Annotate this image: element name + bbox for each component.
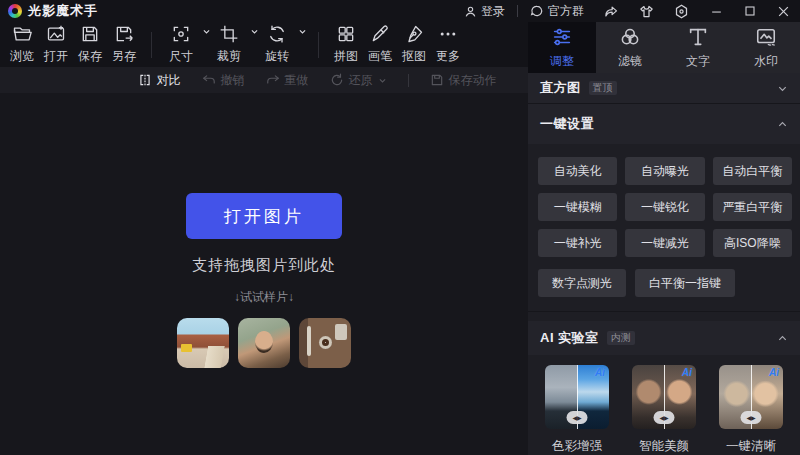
gear-icon — [674, 4, 689, 19]
ai-lab-section-header[interactable]: AI 实验室 内测 — [528, 321, 800, 355]
one-click-button-row4: 数字点测光 白平衡一指键 — [538, 269, 792, 297]
undo-icon — [202, 73, 216, 87]
face-art — [255, 331, 273, 353]
collage-button[interactable]: 拼图 — [329, 24, 363, 65]
redo-icon — [266, 73, 280, 87]
severe-white-balance-button[interactable]: 严重白平衡 — [713, 193, 792, 221]
ai-one-click-clarity-thumbnail[interactable]: Ai ◀▶ — [719, 365, 783, 429]
compare-slider-handle[interactable]: ◀▶ — [567, 411, 588, 424]
compare-slider-handle[interactable]: ◀▶ — [654, 411, 675, 424]
ai-lab-beta-badge: 内测 — [607, 331, 635, 345]
resize-button[interactable]: 尺寸 — [164, 24, 198, 65]
maximize-button[interactable] — [744, 5, 756, 17]
theme-skin-button[interactable] — [639, 4, 654, 19]
compare-label: 对比 — [157, 72, 181, 89]
titlebar: 光影魔术手 登录 官方群 — [0, 0, 800, 22]
tab-text[interactable]: 文字 — [664, 22, 732, 73]
histogram-title: 直方图 — [540, 79, 581, 97]
digital-spot-metering-button[interactable]: 数字点测光 — [538, 269, 626, 297]
login-button[interactable]: 登录 — [464, 3, 505, 20]
tab-adjust[interactable]: 调整 — [528, 22, 596, 73]
open-image-button[interactable]: 打开图片 — [186, 193, 342, 239]
histogram-section-header[interactable]: 直方图 置顶 — [528, 73, 800, 103]
one-click-blur-button[interactable]: 一键模糊 — [538, 193, 617, 221]
sample-image-portrait[interactable] — [238, 318, 290, 368]
save-action-button[interactable]: 保存动作 — [430, 72, 497, 89]
histogram-collapse-toggle[interactable] — [777, 83, 788, 94]
minimize-button[interactable] — [710, 5, 723, 18]
brush-button[interactable]: 画笔 — [363, 24, 397, 65]
share-button[interactable] — [604, 4, 619, 19]
image-canvas-dropzone[interactable]: 打开图片 支持拖拽图片到此处 ↓试试样片↓ — [0, 93, 528, 455]
one-click-title: 一键设置 — [540, 115, 594, 133]
restore-icon — [330, 73, 344, 87]
auto-beautify-button[interactable]: 自动美化 — [538, 157, 617, 185]
sample-image-flatlay[interactable] — [299, 318, 351, 368]
restore-button[interactable]: 还原 — [330, 72, 387, 89]
redo-button[interactable]: 重做 — [266, 72, 309, 89]
ai-smart-beauty-item[interactable]: Ai ◀▶ 智能美颜 — [632, 365, 696, 455]
white-balance-one-touch-button[interactable]: 白平衡一指键 — [635, 269, 735, 297]
ai-lab-collapse-toggle[interactable] — [777, 333, 788, 344]
save-as-button[interactable]: 另存 — [107, 24, 141, 65]
histogram-pin-badge[interactable]: 置顶 — [589, 81, 617, 95]
ai-smart-beauty-thumbnail[interactable]: Ai ◀▶ — [632, 365, 696, 429]
tab-filter[interactable]: 滤镜 — [596, 22, 664, 73]
brush-icon — [370, 24, 390, 44]
cutout-label: 抠图 — [402, 48, 426, 65]
ai-color-enhance-item[interactable]: Ai ◀▶ 色彩增强 — [545, 365, 609, 455]
rotate-dropdown[interactable] — [298, 27, 307, 36]
edit-bar: 对比 撤销 重做 还原 保存动作 — [0, 67, 528, 93]
official-group-label: 官方群 — [548, 3, 584, 20]
bus-art — [181, 344, 192, 352]
settings-button[interactable] — [674, 4, 689, 19]
cutout-button[interactable]: 抠图 — [397, 24, 431, 65]
floppy-arrow-icon — [114, 24, 134, 44]
browse-button[interactable]: 浏览 — [5, 24, 39, 65]
save-button[interactable]: 保存 — [73, 24, 107, 65]
grid-icon — [336, 24, 356, 44]
open-button[interactable]: 打开 — [39, 24, 73, 65]
edit-bar-separator — [408, 74, 409, 87]
ai-one-click-clarity-item[interactable]: Ai ◀▶ 一键清晰 — [719, 365, 783, 455]
tab-adjust-label: 调整 — [550, 53, 574, 70]
resize-dropdown[interactable] — [202, 27, 211, 36]
maximize-icon — [744, 5, 756, 17]
tab-filter-label: 滤镜 — [618, 53, 642, 70]
crop-button[interactable]: 裁剪 — [212, 24, 246, 65]
ai-badge: Ai — [682, 367, 692, 378]
text-t-icon — [687, 26, 709, 48]
folder-icon — [12, 24, 32, 44]
one-click-buttons-area: 自动美化 自动曝光 自动白平衡 一键模糊 一键锐化 严重白平衡 一键补光 一键减… — [528, 144, 800, 311]
compare-button[interactable]: 对比 — [138, 72, 181, 89]
more-button[interactable]: 更多 — [431, 24, 465, 65]
titlebar-right: 登录 官方群 — [464, 3, 790, 20]
ai-color-enhance-label: 色彩增强 — [552, 438, 602, 455]
close-button[interactable] — [777, 5, 790, 18]
undo-label: 撤销 — [221, 72, 245, 89]
official-group-button[interactable]: 官方群 — [530, 3, 584, 20]
tab-watermark[interactable]: 水印 — [732, 22, 800, 73]
panel-tabbar: 调整 滤镜 文字 水印 — [528, 22, 800, 73]
save-action-label: 保存动作 — [449, 72, 497, 89]
app-body: 浏览 打开 保存 另存 尺寸 裁剪 — [0, 22, 800, 455]
reduce-light-button[interactable]: 一键减光 — [625, 229, 704, 257]
rotate-button[interactable]: 旋转 — [260, 24, 294, 65]
undo-button[interactable]: 撤销 — [202, 72, 245, 89]
redo-label: 重做 — [285, 72, 309, 89]
one-click-section-header[interactable]: 一键设置 — [528, 104, 800, 144]
app-title: 光影魔术手 — [28, 2, 98, 20]
sample-image-desert[interactable] — [177, 318, 229, 368]
one-click-sharpen-button[interactable]: 一键锐化 — [625, 193, 704, 221]
fill-light-button[interactable]: 一键补光 — [538, 229, 617, 257]
titlebar-separator — [517, 5, 518, 17]
one-click-collapse-toggle[interactable] — [777, 119, 788, 130]
main-toolbar: 浏览 打开 保存 另存 尺寸 裁剪 — [0, 22, 528, 67]
compare-slider-handle[interactable]: ◀▶ — [741, 411, 762, 424]
auto-white-balance-button[interactable]: 自动白平衡 — [713, 157, 792, 185]
crop-icon — [219, 24, 239, 44]
auto-exposure-button[interactable]: 自动曝光 — [625, 157, 704, 185]
crop-dropdown[interactable] — [250, 27, 259, 36]
high-iso-denoise-button[interactable]: 高ISO降噪 — [713, 229, 792, 257]
ai-color-enhance-thumbnail[interactable]: Ai ◀▶ — [545, 365, 609, 429]
